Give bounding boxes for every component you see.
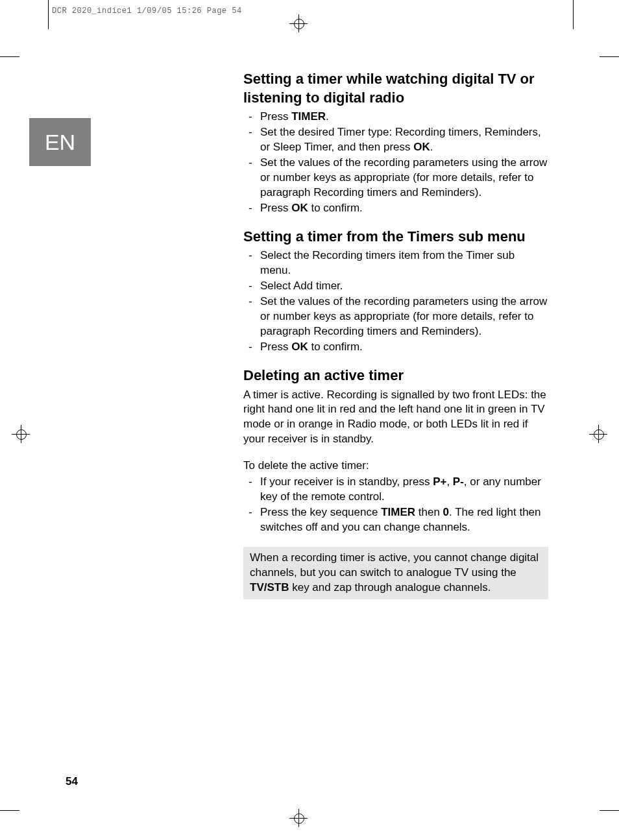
registration-mark-icon — [589, 425, 607, 443]
language-tab: EN — [29, 118, 91, 166]
list-item: Select Add timer. — [252, 279, 548, 294]
crop-mark — [48, 0, 49, 29]
main-content: Setting a timer while watching digital T… — [243, 70, 548, 611]
list-item: Press TIMER. — [252, 110, 548, 125]
paragraph: To delete the active timer: — [243, 459, 548, 474]
registration-mark-icon — [289, 14, 308, 32]
crop-mark — [0, 810, 19, 811]
crop-mark — [600, 810, 619, 811]
list-item: Set the values of the recording paramete… — [252, 156, 548, 200]
registration-mark-icon — [12, 425, 30, 443]
section-setting-timer-submenu: Setting a timer from the Timers sub menu… — [243, 228, 548, 355]
heading: Setting a timer from the Timers sub menu — [243, 228, 548, 246]
registration-mark-icon — [289, 809, 308, 827]
heading: Setting a timer while watching digital T… — [243, 70, 548, 107]
list-item: Press the key sequence TIMER then 0. The… — [252, 505, 548, 535]
crop-mark — [600, 56, 619, 57]
crop-mark — [573, 0, 574, 29]
list-item: Press OK to confirm. — [252, 201, 548, 216]
heading: Deleting an active timer — [243, 366, 548, 385]
instruction-list: Select the Recording timers item from th… — [243, 248, 548, 355]
print-slug: DCR 2020_indice1 1/09/05 15:26 Page 54 — [52, 6, 242, 16]
instruction-list: If your receiver is in standby, press P+… — [243, 475, 548, 535]
instruction-list: Press TIMER. Set the desired Timer type:… — [243, 110, 548, 216]
section-deleting-timer: Deleting an active timer A timer is acti… — [243, 366, 548, 599]
paragraph: A timer is active. Recording is signalle… — [243, 388, 548, 448]
crop-mark — [0, 56, 19, 57]
section-setting-timer-watching: Setting a timer while watching digital T… — [243, 70, 548, 216]
list-item: Set the values of the recording paramete… — [252, 294, 548, 339]
list-item: Set the desired Timer type: Recording ti… — [252, 125, 548, 155]
list-item: Select the Recording timers item from th… — [252, 248, 548, 278]
page-number: 54 — [66, 775, 78, 788]
note-box: When a recording timer is active, you ca… — [243, 547, 548, 599]
list-item: Press OK to confirm. — [252, 340, 548, 355]
list-item: If your receiver is in standby, press P+… — [252, 475, 548, 505]
